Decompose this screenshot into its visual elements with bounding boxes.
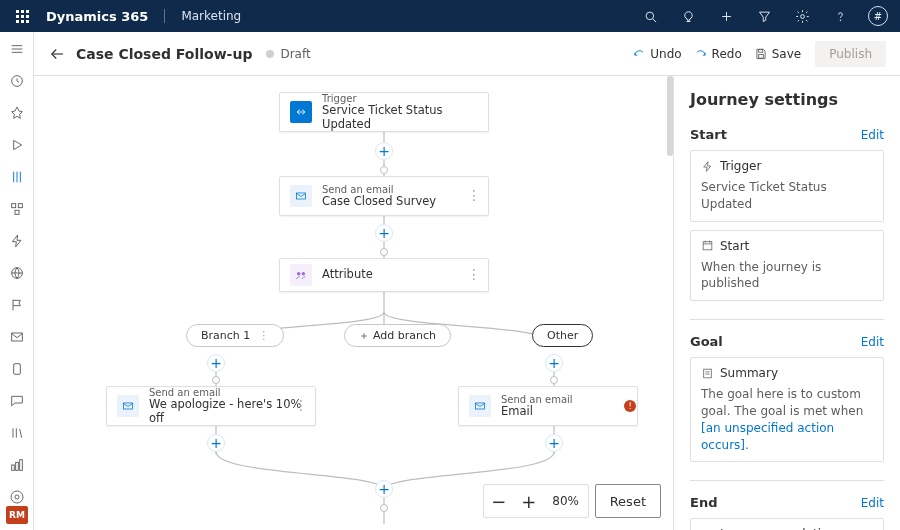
flow-node-email-apology[interactable]: Send an emailWe apologize - here's 10% o… (106, 386, 316, 426)
rail-bolt-icon[interactable] (6, 230, 28, 252)
svg-marker-48 (704, 161, 711, 171)
trigger-icon (290, 101, 312, 123)
rail-play-icon[interactable] (6, 134, 28, 156)
rail-recent-icon[interactable] (6, 70, 28, 92)
status-badge: Draft (266, 47, 310, 61)
svg-marker-13 (13, 140, 21, 149)
card-desc: Service Ticket Status Updated (701, 179, 873, 213)
back-button[interactable] (44, 41, 70, 67)
add-icon[interactable] (712, 2, 740, 30)
add-node-button[interactable]: + (545, 354, 563, 372)
add-node-button[interactable]: + (375, 142, 393, 160)
add-branch-button[interactable]: Add branch (344, 324, 451, 347)
edit-goal-link[interactable]: Edit (861, 335, 884, 349)
svg-rect-47 (476, 403, 485, 409)
rail-device-icon[interactable] (6, 358, 28, 380)
node-menu-icon[interactable]: ⋮ (467, 193, 482, 199)
svg-rect-53 (704, 369, 712, 378)
add-node-button[interactable]: + (375, 224, 393, 242)
svg-line-27 (19, 429, 21, 438)
section-divider (690, 480, 884, 481)
svg-point-31 (15, 495, 19, 499)
error-badge-icon[interactable]: ! (624, 400, 636, 412)
svg-rect-8 (758, 54, 763, 58)
rail-settings2-icon[interactable] (6, 486, 28, 508)
undo-button[interactable]: Undo (626, 43, 687, 65)
rail-flag-icon[interactable] (6, 294, 28, 316)
zoom-in-button[interactable]: + (514, 491, 544, 512)
add-node-button[interactable]: + (207, 354, 225, 372)
rail-org-icon[interactable] (6, 198, 28, 220)
brand-label: Dynamics 365 (46, 9, 148, 24)
mail-icon (469, 395, 491, 417)
rail-insights-icon[interactable] (6, 454, 28, 476)
user-avatar[interactable]: # (864, 2, 892, 30)
mail-icon (290, 185, 312, 207)
add-node-button[interactable]: + (375, 480, 393, 498)
svg-point-43 (302, 272, 306, 276)
add-node-button[interactable]: + (545, 434, 563, 452)
card-heading: Trigger (720, 159, 761, 173)
search-icon[interactable] (636, 2, 664, 30)
help-icon[interactable] (826, 2, 854, 30)
rail-pin-icon[interactable] (6, 102, 28, 124)
panel-title: Journey settings (690, 90, 884, 109)
zoom-level: 80% (544, 494, 588, 508)
card-desc: The goal here is to custom goal. The goa… (701, 386, 873, 453)
flow-node-trigger[interactable]: TriggerService Ticket Status Updated (279, 92, 489, 132)
redo-button[interactable]: Redo (688, 43, 748, 65)
settings-icon[interactable] (788, 2, 816, 30)
section-heading-end: End (690, 495, 717, 510)
node-menu-icon[interactable]: ⋮ (294, 403, 309, 409)
page-header: Case Closed Follow-up Draft Undo Redo Sa… (34, 32, 900, 76)
flow-node-email-survey[interactable]: Send an emailCase Closed Survey ⋮ (279, 176, 489, 216)
svg-rect-29 (15, 462, 18, 470)
node-menu-icon[interactable]: ⋮ (467, 272, 482, 278)
page-title: Case Closed Follow-up (76, 46, 252, 62)
edit-start-link[interactable]: Edit (861, 128, 884, 142)
svg-rect-23 (11, 333, 22, 341)
svg-rect-19 (15, 210, 19, 214)
svg-marker-20 (12, 235, 21, 247)
edit-end-link[interactable]: Edit (861, 496, 884, 510)
svg-rect-7 (758, 49, 762, 52)
module-label: Marketing (181, 9, 241, 23)
rail-chat-icon[interactable] (6, 390, 28, 412)
svg-rect-24 (13, 364, 20, 375)
rail-menu-icon[interactable] (6, 38, 28, 60)
rail-journey-icon[interactable] (6, 166, 28, 188)
branch-pill-branch1[interactable]: Branch 1⋮ (186, 324, 284, 347)
add-node-button[interactable]: + (207, 434, 225, 452)
card-completion: Journey completion When all steps are co… (690, 518, 884, 530)
connector-knob (380, 248, 388, 256)
connector-knob (380, 166, 388, 174)
rail-library-icon[interactable] (6, 422, 28, 444)
zoom-out-button[interactable]: − (484, 491, 514, 512)
svg-rect-46 (124, 403, 133, 409)
flow-node-email-generic[interactable]: Send an emailEmail (458, 386, 638, 426)
branch-pill-other[interactable]: Other (532, 324, 593, 347)
zoom-reset-button[interactable]: Reset (595, 484, 661, 518)
rail-mail-icon[interactable] (6, 326, 28, 348)
svg-rect-30 (19, 460, 22, 471)
section-heading-start: Start (690, 127, 727, 142)
journey-canvas[interactable]: TriggerService Ticket Status Updated + S… (34, 76, 674, 530)
card-heading: Summary (720, 366, 778, 380)
connector-knob (380, 504, 388, 512)
lightbulb-icon[interactable] (674, 2, 702, 30)
card-summary: Summary The goal here is to custom goal.… (690, 357, 884, 462)
filter-icon[interactable] (750, 2, 778, 30)
app-launcher-icon[interactable] (8, 2, 36, 30)
sidebar: RM (0, 32, 34, 530)
rail-globe-icon[interactable] (6, 262, 28, 284)
attribute-icon (290, 264, 312, 286)
mail-icon (117, 395, 139, 417)
rail-badge[interactable]: RM (6, 506, 28, 524)
save-button[interactable]: Save (748, 43, 807, 65)
card-start: Start When the journey is published (690, 230, 884, 302)
card-desc: When the journey is published (701, 259, 873, 293)
publish-button[interactable]: Publish (815, 41, 886, 67)
card-trigger: Trigger Service Ticket Status Updated (690, 150, 884, 222)
flow-node-attribute[interactable]: Attribute ⋮ (279, 258, 489, 292)
svg-rect-28 (11, 465, 14, 470)
